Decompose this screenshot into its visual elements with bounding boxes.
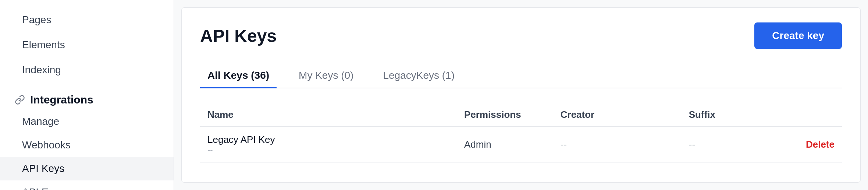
cell-permissions: Admin <box>457 127 553 163</box>
sidebar-item-pages[interactable]: Pages <box>0 7 174 32</box>
col-header-creator: Creator <box>553 103 682 127</box>
sidebar-item-indexing[interactable]: Indexing <box>0 57 174 82</box>
cell-name: Legacy API Key -- <box>200 127 457 163</box>
sidebar-item-api-errors[interactable]: API Errors <box>0 180 174 190</box>
link-icon <box>15 95 25 105</box>
tab-my-keys[interactable]: My Keys (0) <box>291 64 361 88</box>
sidebar-item-webhooks[interactable]: Webhooks <box>0 133 174 157</box>
cell-creator: -- <box>553 127 682 163</box>
delete-button[interactable]: Delete <box>806 139 835 150</box>
tab-legacy-keys[interactable]: LegacyKeys (1) <box>376 64 462 88</box>
sidebar-item-elements[interactable]: Elements <box>0 32 174 57</box>
main-content: API Keys Create key All Keys (36) My Key… <box>181 7 861 183</box>
col-header-name: Name <box>200 103 457 127</box>
col-header-suffix: Suffix <box>682 103 778 127</box>
col-header-actions <box>778 103 842 127</box>
create-key-button[interactable]: Create key <box>754 22 842 49</box>
integrations-section: Integrations <box>0 86 174 110</box>
cell-suffix: -- <box>682 127 778 163</box>
sidebar: Pages Elements Indexing Integrations Man… <box>0 0 174 190</box>
sidebar-item-api-keys[interactable]: API Keys <box>0 157 174 180</box>
col-header-permissions: Permissions <box>457 103 553 127</box>
table-row: Legacy API Key -- Admin -- -- Delete <box>200 127 842 163</box>
sidebar-item-manage[interactable]: Manage <box>0 110 174 133</box>
cell-actions: Delete <box>778 127 842 163</box>
page-header: API Keys Create key <box>200 22 842 49</box>
tabs-container: All Keys (36) My Keys (0) LegacyKeys (1) <box>200 64 842 88</box>
tab-all-keys[interactable]: All Keys (36) <box>200 64 277 88</box>
api-keys-table: Name Permissions Creator Suffix Legacy A… <box>200 103 842 163</box>
page-title: API Keys <box>200 26 277 46</box>
